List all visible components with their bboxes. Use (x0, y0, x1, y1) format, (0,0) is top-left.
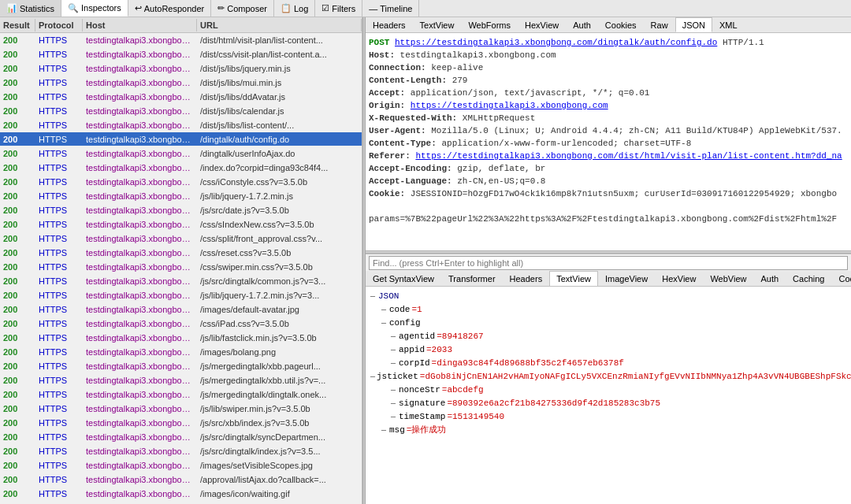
table-row[interactable]: 200 HTTPS testdingtalkapi3.xbongbong.com… (0, 232, 362, 246)
table-row[interactable]: 200 HTTPS testdingtalkapi3.xbongbong.com… (0, 161, 362, 175)
bottom-tab-textview[interactable]: TextView (549, 271, 598, 286)
table-row[interactable]: 200 HTTPS testdingtalkapi3.xbongbong.com… (0, 472, 362, 487)
table-row[interactable]: 200 HTTPS testdingtalkapi3.xbongbong.com… (0, 373, 362, 387)
cell-host: testdingtalkapi3.xbongbong.com (83, 219, 197, 230)
cell-result: 200 (0, 91, 35, 102)
table-row[interactable]: 200 HTTPS testdingtalkapi3.xbongbong.com… (0, 501, 362, 504)
table-row[interactable]: 200 HTTPS testdingtalkapi3.xbongbong.com… (0, 430, 362, 444)
table-row[interactable]: 200 HTTPS testdingtalkapi3.xbongbong.com… (0, 458, 362, 472)
cell-url: /css/reset.css?v=3.5.0b (197, 247, 362, 258)
main-content: Result Protocol Host URL 200 HTTPS testd… (0, 17, 851, 504)
request-list[interactable]: 200 HTTPS testdingtalkapi3.xbongbong.com… (0, 33, 362, 504)
bottom-tab-cookies[interactable]: Coo... (831, 271, 851, 286)
json-node-line: — config (369, 317, 848, 330)
bottom-tab-imageview[interactable]: ImageView (598, 271, 655, 286)
cell-url: /css/iConstyle.css?v=3.5.0b (197, 176, 362, 187)
col-header-result: Result (0, 19, 35, 32)
tab-composer[interactable]: ✏ Composer (211, 0, 274, 17)
cell-host: testdingtalkapi3.xbongbong.com (83, 63, 197, 74)
cell-url: /css/iPad.css?v=3.5.0b (197, 318, 362, 329)
table-row[interactable]: 200 HTTPS testdingtalkapi3.xbongbong.com… (0, 487, 362, 501)
table-row[interactable]: 200 HTTPS testdingtalkapi3.xbongbong.com… (0, 189, 362, 203)
cell-protocol: HTTPS (35, 276, 83, 287)
list-header: Result Protocol Host URL (0, 17, 362, 33)
bottom-tab-syntaxview[interactable]: Get SyntaxView (366, 271, 441, 286)
cell-url: /images/bolang.png (197, 346, 362, 358)
bottom-tab-caching[interactable]: Caching (786, 271, 831, 286)
cell-protocol: HTTPS (35, 488, 83, 499)
table-row[interactable]: 200 HTTPS testdingtalkapi3.xbongbong.com… (0, 146, 362, 161)
table-row[interactable]: 200 HTTPS testdingtalkapi3.xbongbong.com… (0, 132, 362, 146)
inspector-tab-xml[interactable]: XML (712, 17, 745, 32)
cell-url: /dist/css/visit-plan/list-content.a... (197, 49, 362, 60)
table-row[interactable]: 200 HTTPS testdingtalkapi3.xbongbong.com… (0, 260, 362, 274)
table-row[interactable]: 200 HTTPS testdingtalkapi3.xbongbong.com… (0, 175, 362, 189)
bottom-tab-hexview[interactable]: HexView (655, 271, 703, 286)
inspector-tab-headers[interactable]: Headers (366, 17, 413, 32)
tab-filters[interactable]: ☑ Filters (315, 0, 362, 17)
cell-url: /css/sIndexNew.css?v=3.5.0b (197, 219, 362, 230)
table-row[interactable]: 200 HTTPS testdingtalkapi3.xbongbong.com… (0, 317, 362, 331)
cell-result: 200 (0, 446, 35, 457)
cell-host: testdingtalkapi3.xbongbong.com (83, 176, 197, 187)
inspector-tab-hexview[interactable]: HexView (518, 17, 566, 32)
table-row[interactable]: 200 HTTPS testdingtalkapi3.xbongbong.com… (0, 274, 362, 288)
bottom-tab-headers[interactable]: Headers (503, 271, 550, 286)
cell-url: /css/swiper.min.css?v=3.5.0b (197, 261, 362, 272)
cell-host: testdingtalkapi3.xbongbong.com (83, 91, 197, 102)
cell-url: /dist/js/libs/mui.min.js (197, 77, 362, 88)
inspector-tabs: Headers TextView WebForms HexView Auth C… (366, 17, 851, 33)
filters-icon: ☑ (321, 3, 329, 13)
table-row[interactable]: 200 HTTPS testdingtalkapi3.xbongbong.com… (0, 387, 362, 402)
table-row[interactable]: 200 HTTPS testdingtalkapi3.xbongbong.com… (0, 246, 362, 260)
inspector-tab-webforms[interactable]: WebForms (461, 17, 518, 32)
inspector-tab-cookies[interactable]: Cookies (598, 17, 644, 32)
tab-autoresponder[interactable]: ↩ AutoResponder (128, 0, 211, 17)
table-row[interactable]: 200 HTTPS testdingtalkapi3.xbongbong.com… (0, 90, 362, 104)
table-row[interactable]: 200 HTTPS testdingtalkapi3.xbongbong.com… (0, 359, 362, 373)
cell-protocol: HTTPS (35, 120, 83, 131)
table-row[interactable]: 200 HTTPS testdingtalkapi3.xbongbong.com… (0, 345, 362, 359)
cell-url: /js/src/dingtalk/common.js?v=3... (197, 276, 362, 287)
table-row[interactable]: 200 HTTPS testdingtalkapi3.xbongbong.com… (0, 47, 362, 61)
cell-protocol: HTTPS (35, 77, 83, 88)
tab-inspectors[interactable]: 🔍 Inspectors (61, 0, 128, 17)
cell-host: testdingtalkapi3.xbongbong.com (83, 120, 197, 131)
table-row[interactable]: 200 HTTPS testdingtalkapi3.xbongbong.com… (0, 416, 362, 430)
table-row[interactable]: 200 HTTPS testdingtalkapi3.xbongbong.com… (0, 288, 362, 302)
cell-protocol: HTTPS (35, 191, 83, 202)
cell-result: 200 (0, 148, 35, 159)
table-row[interactable]: 200 HTTPS testdingtalkapi3.xbongbong.com… (0, 104, 362, 118)
table-row[interactable]: 200 HTTPS testdingtalkapi3.xbongbong.com… (0, 203, 362, 217)
bottom-tab-webview[interactable]: WebView (703, 271, 753, 286)
bottom-tab-transformer[interactable]: Transformer (441, 271, 503, 286)
cell-result: 200 (0, 35, 35, 46)
table-row[interactable]: 200 HTTPS testdingtalkapi3.xbongbong.com… (0, 33, 362, 47)
table-row[interactable]: 200 HTTPS testdingtalkapi3.xbongbong.com… (0, 444, 362, 458)
table-row[interactable]: 200 HTTPS testdingtalkapi3.xbongbong.com… (0, 302, 362, 317)
find-input[interactable] (369, 256, 848, 270)
inspector-tab-json[interactable]: JSON (675, 17, 712, 32)
table-row[interactable]: 200 HTTPS testdingtalkapi3.xbongbong.com… (0, 76, 362, 90)
table-row[interactable]: 200 HTTPS testdingtalkapi3.xbongbong.com… (0, 402, 362, 416)
inspector-tab-auth[interactable]: Auth (566, 17, 598, 32)
tab-timeline[interactable]: — Timeline (362, 0, 419, 17)
cell-result: 200 (0, 120, 35, 131)
table-row[interactable]: 200 HTTPS testdingtalkapi3.xbongbong.com… (0, 331, 362, 345)
cell-result: 200 (0, 488, 35, 499)
table-row[interactable]: 200 HTTPS testdingtalkapi3.xbongbong.com… (0, 118, 362, 132)
left-panel: Result Protocol Host URL 200 HTTPS testd… (0, 17, 362, 504)
cell-protocol: HTTPS (35, 247, 83, 258)
tab-log[interactable]: 📋 Log (274, 0, 315, 17)
cell-result: 200 (0, 432, 35, 443)
cell-host: testdingtalkapi3.xbongbong.com (83, 389, 197, 400)
cell-protocol: HTTPS (35, 290, 83, 301)
inspector-tab-raw[interactable]: Raw (644, 17, 675, 32)
table-row[interactable]: 200 HTTPS testdingtalkapi3.xbongbong.com… (0, 217, 362, 232)
inspector-tab-textview[interactable]: TextView (413, 17, 462, 32)
cell-url: /dist/js/libs/ddAvatar.js (197, 91, 362, 102)
table-row[interactable]: 200 HTTPS testdingtalkapi3.xbongbong.com… (0, 61, 362, 76)
cell-result: 200 (0, 162, 35, 173)
bottom-tab-auth[interactable]: Auth (753, 271, 786, 286)
tab-statistics[interactable]: 📊 Statistics (0, 0, 61, 17)
